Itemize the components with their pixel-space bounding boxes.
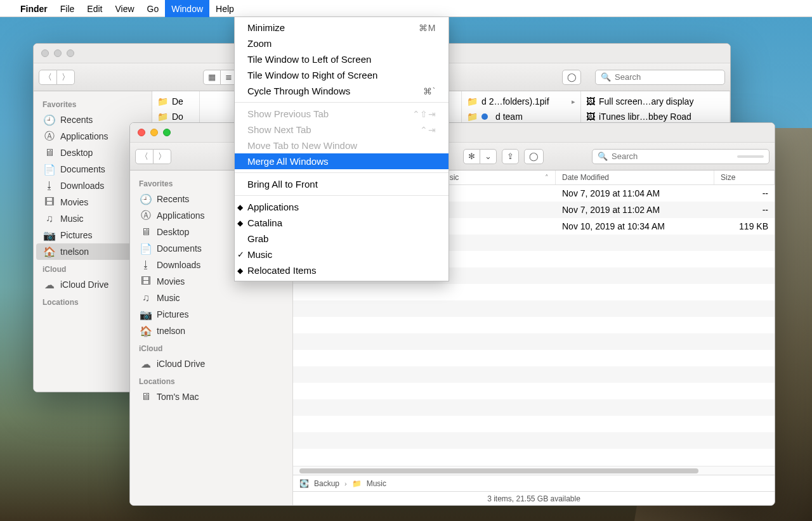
sidebar-item-label: Desktop xyxy=(60,148,93,158)
close-button[interactable] xyxy=(138,129,145,136)
browser-item[interactable]: 📁d 2…folders).1pif▸ xyxy=(462,94,580,109)
gear-icon[interactable]: ✻ xyxy=(463,149,480,164)
search-input[interactable] xyxy=(612,151,730,161)
zoom-button[interactable] xyxy=(163,129,171,136)
docs-icon: 📄 xyxy=(140,243,152,254)
image-icon: 🖼 xyxy=(586,96,595,106)
sidebar-item-icloud-drive[interactable]: ☁iCloud Drive xyxy=(133,356,290,372)
titlebar[interactable] xyxy=(130,123,775,143)
table-row-empty xyxy=(293,300,775,317)
minimize-button[interactable] xyxy=(54,49,62,57)
folder-icon: 📁 xyxy=(157,112,168,122)
menu-item-zoom[interactable]: Zoom xyxy=(235,35,449,51)
menu-item-catalina[interactable]: ◆Catalina xyxy=(235,215,449,231)
menu-item-relocated-items[interactable]: ◆Relocated Items xyxy=(235,262,449,278)
menu-item-move-tab-to-new-window: Move Tab to New Window xyxy=(235,138,449,153)
apps-icon: Ⓐ xyxy=(140,210,152,221)
nav-buttons: 〈 〉 xyxy=(39,70,75,85)
table-row-empty xyxy=(293,284,775,300)
menu-view[interactable]: View xyxy=(108,0,140,17)
menu-help[interactable]: Help xyxy=(209,0,240,17)
forward-button[interactable]: 〉 xyxy=(57,70,75,85)
path-bar[interactable]: 💽 Backup › 📁 Music xyxy=(293,475,775,491)
menu-shortcut: ⌘` xyxy=(423,86,436,96)
menu-file[interactable]: File xyxy=(54,0,81,17)
sidebar-item-label: Music xyxy=(157,293,180,303)
back-button[interactable]: 〈 xyxy=(39,70,57,85)
music-icon: ♫ xyxy=(140,292,152,304)
zoom-button[interactable] xyxy=(67,49,74,57)
icon-view-button[interactable]: ▦ xyxy=(203,70,221,85)
menu-item-label: Cycle Through Windows xyxy=(247,86,350,96)
sidebar-item-tom-s-mac[interactable]: 🖥Tom's Mac xyxy=(133,389,290,405)
item-label: d 2…folders).1pif xyxy=(481,96,549,106)
close-button[interactable] xyxy=(41,49,49,57)
sidebar-item-label: tnelson xyxy=(157,326,185,336)
menu-window[interactable]: Window xyxy=(165,0,209,17)
share-button[interactable]: ⇪ xyxy=(502,149,519,164)
menu-item-label: Relocated Items xyxy=(247,265,316,276)
desktop-icon: 🖥 xyxy=(44,147,55,158)
menu-item-minimize[interactable]: Minimize⌘M xyxy=(235,20,449,35)
menu-item-label: Move Tab to New Window xyxy=(247,140,357,151)
menu-edit[interactable]: Edit xyxy=(81,0,108,17)
menu-item-bring-all-to-front[interactable]: Bring All to Front xyxy=(235,176,449,192)
menu-item-label: Zoom xyxy=(247,38,272,49)
tags-button[interactable]: ◯ xyxy=(562,70,581,85)
status-text: 3 items, 21.55 GB available xyxy=(487,494,580,503)
menu-item-label: Music xyxy=(247,249,272,260)
search-field[interactable]: 🔍 xyxy=(592,149,769,164)
action-menu[interactable]: ✻ ⌄ xyxy=(463,149,497,164)
menubar: Finder File Edit View Go Window Help xyxy=(0,0,812,17)
toolbar: 〈 〉 ✻ ⌄ ⇪ ◯ 🔍 xyxy=(130,143,775,170)
menu-separator xyxy=(235,172,449,173)
tags-button[interactable]: ◯ xyxy=(524,149,544,164)
back-button[interactable]: 〈 xyxy=(135,149,154,164)
menu-go[interactable]: Go xyxy=(141,0,166,17)
forward-button[interactable]: 〉 xyxy=(154,149,171,164)
downloads-icon: ⭳ xyxy=(140,259,152,271)
pictures-icon: 📷 xyxy=(140,309,152,320)
folder-icon: 📁 xyxy=(467,96,478,106)
recents-icon: 🕘 xyxy=(140,193,152,205)
menu-separator xyxy=(235,195,449,196)
sidebar-item-label: Pictures xyxy=(60,230,93,240)
check-icon: ✓ xyxy=(237,250,244,259)
menu-item-label: Grab xyxy=(247,233,268,244)
sidebar-item-label: Movies xyxy=(60,197,88,207)
path-leaf[interactable]: Music xyxy=(367,479,386,488)
minimize-button[interactable] xyxy=(150,129,158,136)
browser-item[interactable]: 📁De xyxy=(152,94,199,109)
col-size[interactable]: Size xyxy=(714,170,775,184)
menu-item-music[interactable]: ✓Music xyxy=(235,247,449,262)
menu-item-tile-window-to-left-of-screen[interactable]: Tile Window to Left of Screen xyxy=(235,51,449,67)
menu-item-cycle-through-windows[interactable]: Cycle Through Windows⌘` xyxy=(235,83,449,99)
folder-icon: 📁 xyxy=(352,479,362,488)
menu-item-grab[interactable]: Grab xyxy=(235,231,449,247)
menu-item-merge-all-windows[interactable]: Merge All Windows xyxy=(235,153,449,169)
menu-shortcut: ⌃⇧⇥ xyxy=(412,109,436,119)
sidebar-item-label: Pictures xyxy=(157,309,189,319)
path-root[interactable]: Backup xyxy=(314,479,339,488)
cloud-icon: ☁ xyxy=(44,279,55,290)
sidebar-item-pictures[interactable]: 📷Pictures xyxy=(133,306,290,323)
col-date[interactable]: Date Modified xyxy=(556,170,714,184)
diamond-icon: ◆ xyxy=(237,266,243,275)
diamond-icon: ◆ xyxy=(237,219,243,228)
horizontal-scrollbar[interactable] xyxy=(293,466,775,475)
folder-icon: 📁 xyxy=(467,112,478,122)
app-menu[interactable]: Finder xyxy=(14,0,54,17)
cloud-icon: ☁ xyxy=(140,358,152,370)
chevron-down-icon[interactable]: ⌄ xyxy=(480,149,497,164)
browser-item[interactable]: 🖼Full screen…ary display xyxy=(581,94,730,109)
finder-window-front[interactable]: 〈 〉 ✻ ⌄ ⇪ ◯ 🔍 Favorites 🕘RecentsⒶApplica… xyxy=(129,122,775,506)
sidebar-item-tnelson[interactable]: 🏠tnelson xyxy=(133,323,290,339)
sidebar-item-label: Downloads xyxy=(60,181,104,191)
menu-item-applications[interactable]: ◆Applications xyxy=(235,199,449,215)
search-field[interactable]: 🔍 xyxy=(595,70,725,85)
menu-item-tile-window-to-right-of-screen[interactable]: Tile Window to Right of Screen xyxy=(235,67,449,83)
item-label: De xyxy=(172,96,183,106)
sidebar-item-music[interactable]: ♫Music xyxy=(133,290,290,306)
home-icon: 🏠 xyxy=(44,246,55,257)
search-input[interactable] xyxy=(615,72,719,82)
